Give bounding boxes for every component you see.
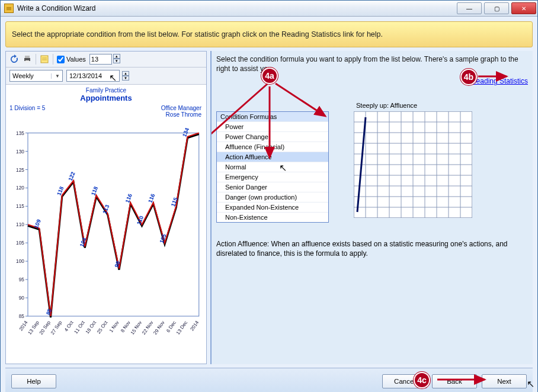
- chart-owner: Office Manager Rose Throme: [161, 105, 201, 118]
- condition-list-header: Condition Formulas: [217, 112, 328, 121]
- division-label: 1 Division = 5: [9, 105, 45, 111]
- svg-text:6 Dec: 6 Dec: [165, 320, 177, 333]
- main-chart: Family Practice Appointments 1 Division …: [6, 85, 206, 364]
- condition-item[interactable]: Danger (own production): [217, 192, 328, 202]
- values-checkbox[interactable]: Values: [57, 56, 86, 63]
- info-banner: Select the appropriate condition from th…: [5, 21, 533, 47]
- chevron-down-icon: ▼: [51, 73, 60, 79]
- wizard-footer: Help Cancel Back Next 4c ↖: [5, 368, 533, 392]
- maximize-button[interactable]: ▢: [484, 2, 509, 14]
- minimize-button[interactable]: —: [457, 2, 482, 14]
- right-panel: Select the condition formula you want to…: [210, 51, 533, 364]
- reading-statistics-link[interactable]: Reading Statistics: [471, 77, 528, 85]
- condition-item[interactable]: Non-Existence: [217, 212, 328, 222]
- help-button[interactable]: Help: [11, 374, 56, 388]
- svg-text:1 Nov: 1 Nov: [108, 320, 120, 334]
- svg-rect-3: [41, 56, 48, 63]
- condition-item[interactable]: Action Affluence: [217, 152, 328, 162]
- svg-text:18 Oct: 18 Oct: [85, 320, 98, 335]
- svg-rect-2: [25, 60, 29, 63]
- condition-item[interactable]: Emergency: [217, 172, 328, 182]
- values-spinner[interactable]: ▲▼: [113, 54, 120, 65]
- window-root: Write a Condition Wizard — ▢ ✕ Select th…: [0, 0, 538, 392]
- svg-text:105: 105: [16, 240, 24, 246]
- next-button[interactable]: Next: [482, 374, 527, 388]
- sample-chart-area: Steeply up: Affluence: [354, 102, 472, 218]
- svg-text:13 Dec: 13 Dec: [175, 320, 188, 336]
- period-combo[interactable]: Weekly▼: [9, 70, 63, 82]
- cursor-icon: ↖: [279, 162, 287, 173]
- titlebar: Write a Condition Wizard — ▢ ✕: [1, 1, 537, 17]
- svg-text:100: 100: [16, 259, 24, 264]
- values-checkbox-input[interactable]: [57, 56, 65, 63]
- notes-icon[interactable]: [40, 54, 49, 64]
- svg-text:120: 120: [16, 185, 24, 191]
- sample-chart: [354, 111, 472, 218]
- svg-text:95: 95: [19, 277, 25, 282]
- values-count-field[interactable]: 13: [89, 54, 112, 65]
- condition-item[interactable]: Affluence (Financial): [217, 142, 328, 152]
- svg-text:2014: 2014: [18, 320, 29, 332]
- condition-item[interactable]: Power: [217, 121, 328, 131]
- window-buttons: — ▢ ✕: [456, 1, 537, 16]
- date-spinner[interactable]: ▲▼: [122, 71, 129, 81]
- svg-text:85: 85: [19, 314, 25, 319]
- svg-text:115: 115: [16, 204, 24, 209]
- condition-item[interactable]: Normal: [217, 162, 328, 172]
- svg-text:2014: 2014: [189, 320, 200, 332]
- left-panel: Values 13 ▲▼ Weekly▼ 12/13/2014: [5, 51, 207, 364]
- condition-formula-list: Condition Formulas PowerPower ChangeAffl…: [216, 111, 329, 223]
- main-row: Values 13 ▲▼ Weekly▼ 12/13/2014: [5, 51, 533, 364]
- cursor-icon: ↖: [109, 72, 117, 83]
- window-title: Write a Condition Wizard: [17, 4, 456, 12]
- svg-text:4 Oct: 4 Oct: [63, 320, 75, 333]
- app-icon: [4, 4, 14, 13]
- period-toolbar: Weekly▼ 12/13/2014 ▲▼ ↖: [6, 68, 206, 85]
- content-area: Select the appropriate condition from th…: [1, 17, 537, 392]
- chart-title: Appointments: [8, 94, 204, 102]
- svg-text:29 Nov: 29 Nov: [152, 320, 166, 336]
- refresh-icon[interactable]: [9, 54, 19, 64]
- chart-toolbar: Values 13 ▲▼: [6, 52, 206, 68]
- chart-subtitle: Family Practice: [8, 87, 204, 94]
- svg-text:11 Oct: 11 Oct: [73, 320, 87, 335]
- annotation-4c: 4c: [414, 372, 430, 388]
- sample-chart-title: Steeply up: Affluence: [356, 102, 472, 109]
- svg-text:130: 130: [16, 149, 24, 155]
- svg-text:90: 90: [19, 295, 25, 301]
- back-button[interactable]: Back: [432, 374, 477, 388]
- svg-text:25 Oct: 25 Oct: [96, 320, 109, 335]
- svg-text:27 Sep: 27 Sep: [50, 320, 63, 336]
- chart-header: Family Practice Appointments: [8, 87, 204, 102]
- condition-item[interactable]: Power Change: [217, 131, 328, 142]
- condition-item[interactable]: Expanded Non-Existence: [217, 202, 328, 212]
- formula-description: Action Affluence: When an affluence exis…: [216, 239, 528, 258]
- close-button[interactable]: ✕: [511, 2, 536, 14]
- chart-svg: 8590951001051101151201251301351098511812…: [8, 102, 204, 359]
- print-icon[interactable]: [23, 54, 32, 64]
- svg-rect-1: [25, 56, 30, 58]
- annotation-4a: 4a: [261, 68, 278, 84]
- svg-text:135: 135: [16, 131, 24, 136]
- values-label: Values: [66, 56, 86, 63]
- annotation-4b: 4b: [460, 69, 477, 85]
- cursor-icon: ↖: [527, 378, 534, 390]
- svg-text:125: 125: [16, 168, 24, 173]
- svg-text:110: 110: [16, 222, 24, 227]
- condition-item[interactable]: Senior Danger: [217, 182, 328, 192]
